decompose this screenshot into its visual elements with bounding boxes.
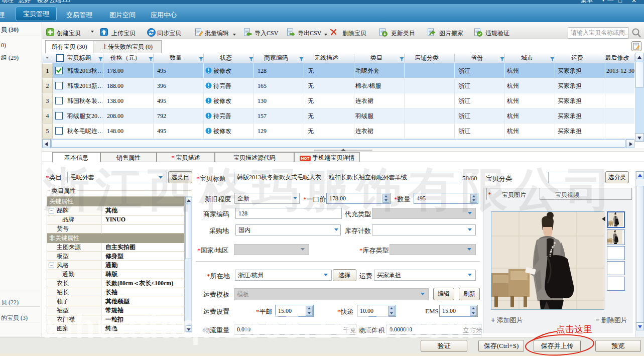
- svg-text:点击这里: 点击这里: [556, 324, 592, 334]
